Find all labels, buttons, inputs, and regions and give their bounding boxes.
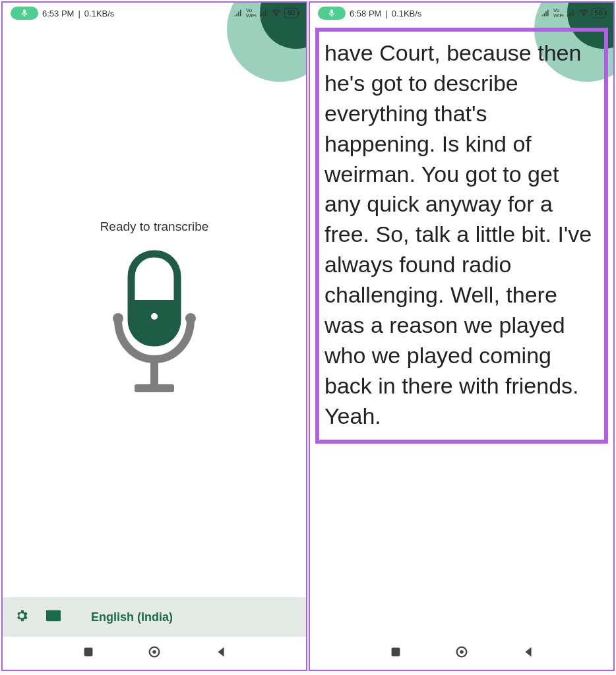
svg-point-19 [152, 650, 156, 654]
nav-back-icon[interactable] [214, 645, 228, 662]
mic-pill-icon [318, 7, 346, 20]
transcript-text[interactable]: have Court, because then he's got to des… [315, 28, 608, 444]
signal-icon [541, 9, 551, 18]
language-selector[interactable]: English (India) [91, 610, 173, 624]
phone-screen-left: 6:53 PM | 0.1KB/s Vo WiFi 60 Ready to tr… [1, 1, 307, 671]
phone-screen-right: 6:58 PM | 0.1KB/s Vo WiFi 58 have Court,… [309, 1, 615, 671]
status-divider: | [385, 9, 387, 18]
signal-icon-2 [567, 9, 576, 18]
svg-rect-8 [53, 612, 54, 614]
svg-point-0 [151, 313, 158, 320]
svg-rect-6 [48, 612, 49, 614]
svg-rect-17 [84, 648, 92, 657]
nav-home-icon[interactable] [147, 645, 162, 662]
battery-indicator: 58 [592, 8, 605, 18]
ready-label: Ready to transcribe [100, 220, 209, 234]
main-content: have Court, because then he's got to des… [310, 24, 613, 637]
bottom-toolbar: English (India) [3, 597, 306, 637]
battery-indicator: 60 [284, 8, 298, 18]
status-time: 6:53 PM [42, 9, 74, 18]
microphone-icon[interactable] [95, 247, 214, 401]
gear-icon[interactable] [15, 608, 29, 626]
signal-icon [234, 9, 243, 18]
svg-point-22 [460, 650, 464, 654]
status-bar: 6:53 PM | 0.1KB/s Vo WiFi 60 [3, 3, 306, 24]
svg-rect-14 [55, 615, 57, 616]
status-time: 6:58 PM [350, 9, 381, 18]
svg-rect-4 [135, 384, 174, 392]
svg-rect-12 [50, 615, 51, 616]
mic-pill-icon [11, 7, 38, 20]
wifi-icon [578, 9, 589, 18]
svg-rect-15 [57, 615, 59, 616]
nav-home-icon[interactable] [454, 645, 469, 662]
main-content: Ready to transcribe [3, 24, 306, 597]
android-nav-bar [310, 637, 613, 670]
svg-rect-11 [48, 615, 49, 616]
svg-rect-7 [50, 612, 51, 614]
nav-recent-icon[interactable] [388, 645, 403, 662]
status-bar: 6:58 PM | 0.1KB/s Vo WiFi 58 [310, 3, 613, 24]
svg-rect-16 [50, 618, 57, 619]
svg-rect-13 [53, 615, 54, 616]
svg-point-2 [185, 313, 196, 324]
nav-recent-icon[interactable] [81, 645, 96, 662]
vowifi-label: Vo WiFi [246, 8, 257, 18]
wifi-icon [271, 9, 282, 18]
svg-rect-3 [150, 359, 158, 386]
signal-icon-2 [259, 9, 268, 18]
keyboard-icon[interactable] [46, 608, 61, 626]
status-speed: 0.1KB/s [392, 9, 422, 18]
status-speed: 0.1KB/s [84, 9, 115, 18]
status-divider: | [78, 9, 80, 18]
android-nav-bar [3, 637, 306, 670]
svg-rect-9 [55, 612, 57, 614]
svg-point-1 [113, 313, 123, 324]
vowifi-label: Vo WiFi [553, 8, 564, 18]
svg-rect-10 [57, 612, 59, 614]
svg-rect-20 [391, 648, 400, 657]
nav-back-icon[interactable] [521, 645, 536, 662]
